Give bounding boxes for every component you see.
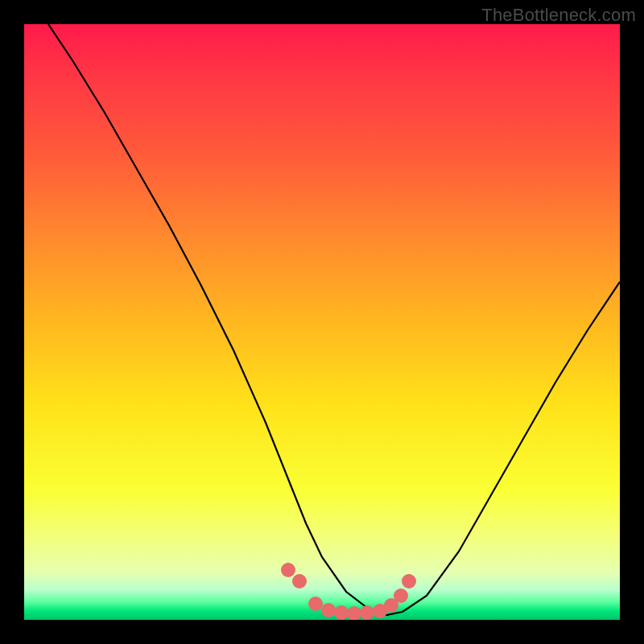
- watermark-text: TheBottleneck.com: [481, 5, 636, 26]
- curve-marker: [292, 574, 307, 588]
- curve-marker: [321, 603, 336, 617]
- chart-svg: [24, 24, 620, 620]
- curve-marker: [402, 574, 416, 588]
- curve-marker: [394, 588, 408, 603]
- curve-marker: [347, 606, 361, 620]
- curve-marker: [360, 605, 374, 620]
- curve-markers-group: [281, 563, 416, 620]
- bottleneck-curve-path: [48, 24, 620, 615]
- curve-marker: [281, 563, 295, 577]
- curve-marker: [308, 597, 323, 611]
- chart-plot-area: [24, 24, 620, 620]
- curve-marker: [334, 605, 349, 620]
